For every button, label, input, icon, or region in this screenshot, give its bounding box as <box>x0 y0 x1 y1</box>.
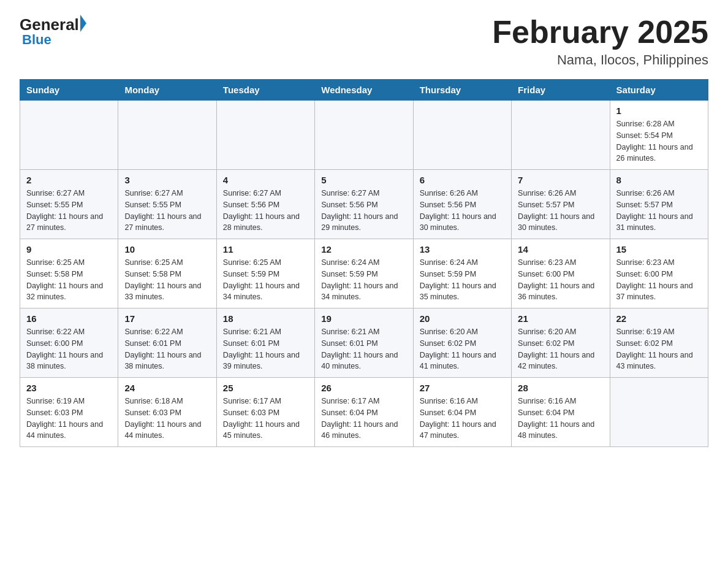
day-number: 12 <box>321 244 406 255</box>
table-row: 13Sunrise: 6:24 AMSunset: 5:59 PMDayligh… <box>413 239 511 308</box>
table-row: 15Sunrise: 6:23 AMSunset: 6:00 PMDayligh… <box>610 239 708 308</box>
table-row: 25Sunrise: 6:17 AMSunset: 6:03 PMDayligh… <box>216 378 314 447</box>
day-number: 1 <box>616 105 702 116</box>
calendar-week-row: 16Sunrise: 6:22 AMSunset: 6:00 PMDayligh… <box>20 308 708 378</box>
table-row: 21Sunrise: 6:20 AMSunset: 6:02 PMDayligh… <box>512 308 610 378</box>
table-row: 19Sunrise: 6:21 AMSunset: 6:01 PMDayligh… <box>315 308 413 378</box>
table-row <box>610 378 708 447</box>
calendar-week-row: 1Sunrise: 6:28 AMSunset: 5:54 PMDaylight… <box>20 101 708 170</box>
day-number: 16 <box>26 313 112 324</box>
page-header: General Blue February 2025 Nama, Ilocos,… <box>20 15 708 68</box>
table-row: 7Sunrise: 6:26 AMSunset: 5:57 PMDaylight… <box>512 170 610 239</box>
table-row: 22Sunrise: 6:19 AMSunset: 6:02 PMDayligh… <box>610 308 708 378</box>
table-row: 3Sunrise: 6:27 AMSunset: 5:55 PMDaylight… <box>118 170 216 239</box>
table-row: 10Sunrise: 6:25 AMSunset: 5:58 PMDayligh… <box>118 239 216 308</box>
table-row: 11Sunrise: 6:25 AMSunset: 5:59 PMDayligh… <box>216 239 314 308</box>
day-number: 19 <box>321 313 406 324</box>
day-info: Sunrise: 6:20 AMSunset: 6:02 PMDaylight:… <box>420 326 505 372</box>
day-number: 5 <box>321 175 406 185</box>
day-info: Sunrise: 6:25 AMSunset: 5:58 PMDaylight:… <box>26 257 112 303</box>
day-info: Sunrise: 6:19 AMSunset: 6:03 PMDaylight:… <box>26 396 112 442</box>
header-sunday: Sunday <box>20 80 118 101</box>
day-number: 4 <box>223 175 308 185</box>
day-number: 11 <box>223 244 308 255</box>
header-thursday: Thursday <box>413 80 511 101</box>
day-number: 28 <box>518 383 603 393</box>
day-number: 8 <box>616 175 702 185</box>
logo-general-text: General <box>20 15 79 34</box>
day-number: 15 <box>616 244 702 255</box>
day-info: Sunrise: 6:23 AMSunset: 6:00 PMDaylight:… <box>616 257 702 303</box>
day-info: Sunrise: 6:26 AMSunset: 5:57 PMDaylight:… <box>518 188 603 234</box>
day-info: Sunrise: 6:21 AMSunset: 6:01 PMDaylight:… <box>223 326 308 372</box>
table-row: 28Sunrise: 6:16 AMSunset: 6:04 PMDayligh… <box>512 378 610 447</box>
table-row: 9Sunrise: 6:25 AMSunset: 5:58 PMDaylight… <box>20 239 118 308</box>
day-info: Sunrise: 6:24 AMSunset: 5:59 PMDaylight:… <box>321 257 406 303</box>
table-row: 16Sunrise: 6:22 AMSunset: 6:00 PMDayligh… <box>20 308 118 378</box>
table-row: 17Sunrise: 6:22 AMSunset: 6:01 PMDayligh… <box>118 308 216 378</box>
day-number: 20 <box>420 313 505 324</box>
table-row: 18Sunrise: 6:21 AMSunset: 6:01 PMDayligh… <box>216 308 314 378</box>
day-number: 7 <box>518 175 603 185</box>
day-info: Sunrise: 6:22 AMSunset: 6:00 PMDaylight:… <box>26 326 112 372</box>
day-info: Sunrise: 6:25 AMSunset: 5:59 PMDaylight:… <box>223 257 308 303</box>
day-info: Sunrise: 6:18 AMSunset: 6:03 PMDaylight:… <box>124 396 210 442</box>
table-row: 26Sunrise: 6:17 AMSunset: 6:04 PMDayligh… <box>315 378 413 447</box>
calendar-subtitle: Nama, Ilocos, Philippines <box>492 52 708 68</box>
table-row: 8Sunrise: 6:26 AMSunset: 5:57 PMDaylight… <box>610 170 708 239</box>
table-row: 5Sunrise: 6:27 AMSunset: 5:56 PMDaylight… <box>315 170 413 239</box>
table-row: 23Sunrise: 6:19 AMSunset: 6:03 PMDayligh… <box>20 378 118 447</box>
day-info: Sunrise: 6:28 AMSunset: 5:54 PMDaylight:… <box>616 118 702 164</box>
calendar-table: Sunday Monday Tuesday Wednesday Thursday… <box>20 79 708 447</box>
header-tuesday: Tuesday <box>216 80 314 101</box>
day-number: 13 <box>420 244 505 255</box>
table-row: 2Sunrise: 6:27 AMSunset: 5:55 PMDaylight… <box>20 170 118 239</box>
table-row <box>118 101 216 170</box>
table-row: 1Sunrise: 6:28 AMSunset: 5:54 PMDaylight… <box>610 101 708 170</box>
table-row: 27Sunrise: 6:16 AMSunset: 6:04 PMDayligh… <box>413 378 511 447</box>
day-number: 26 <box>321 383 406 393</box>
logo: General Blue <box>20 15 86 48</box>
calendar-week-row: 23Sunrise: 6:19 AMSunset: 6:03 PMDayligh… <box>20 378 708 447</box>
table-row <box>512 101 610 170</box>
table-row <box>315 101 413 170</box>
day-number: 14 <box>518 244 603 255</box>
table-row <box>413 101 511 170</box>
day-number: 18 <box>223 313 308 324</box>
day-info: Sunrise: 6:23 AMSunset: 6:00 PMDaylight:… <box>518 257 603 303</box>
day-info: Sunrise: 6:21 AMSunset: 6:01 PMDaylight:… <box>321 326 406 372</box>
calendar-title-area: February 2025 Nama, Ilocos, Philippines <box>492 15 708 68</box>
table-row: 4Sunrise: 6:27 AMSunset: 5:56 PMDaylight… <box>216 170 314 239</box>
day-info: Sunrise: 6:26 AMSunset: 5:56 PMDaylight:… <box>420 188 505 234</box>
day-number: 25 <box>223 383 308 393</box>
day-number: 3 <box>124 175 210 185</box>
header-saturday: Saturday <box>610 80 708 101</box>
day-info: Sunrise: 6:17 AMSunset: 6:04 PMDaylight:… <box>321 396 406 442</box>
day-number: 6 <box>420 175 505 185</box>
calendar-week-row: 2Sunrise: 6:27 AMSunset: 5:55 PMDaylight… <box>20 170 708 239</box>
table-row: 14Sunrise: 6:23 AMSunset: 6:00 PMDayligh… <box>512 239 610 308</box>
table-row: 20Sunrise: 6:20 AMSunset: 6:02 PMDayligh… <box>413 308 511 378</box>
day-info: Sunrise: 6:20 AMSunset: 6:02 PMDaylight:… <box>518 326 603 372</box>
header-friday: Friday <box>512 80 610 101</box>
day-info: Sunrise: 6:16 AMSunset: 6:04 PMDaylight:… <box>420 396 505 442</box>
day-info: Sunrise: 6:16 AMSunset: 6:04 PMDaylight:… <box>518 396 603 442</box>
day-info: Sunrise: 6:27 AMSunset: 5:56 PMDaylight:… <box>223 188 308 234</box>
day-info: Sunrise: 6:27 AMSunset: 5:55 PMDaylight:… <box>26 188 112 234</box>
day-info: Sunrise: 6:22 AMSunset: 6:01 PMDaylight:… <box>124 326 210 372</box>
day-number: 22 <box>616 313 702 324</box>
day-info: Sunrise: 6:24 AMSunset: 5:59 PMDaylight:… <box>420 257 505 303</box>
table-row <box>20 101 118 170</box>
day-number: 23 <box>26 383 112 393</box>
logo-blue-text: Blue <box>22 32 51 48</box>
day-info: Sunrise: 6:19 AMSunset: 6:02 PMDaylight:… <box>616 326 702 372</box>
day-number: 27 <box>420 383 505 393</box>
calendar-week-row: 9Sunrise: 6:25 AMSunset: 5:58 PMDaylight… <box>20 239 708 308</box>
day-number: 24 <box>124 383 210 393</box>
table-row: 6Sunrise: 6:26 AMSunset: 5:56 PMDaylight… <box>413 170 511 239</box>
day-number: 2 <box>26 175 112 185</box>
header-wednesday: Wednesday <box>315 80 413 101</box>
calendar-title: February 2025 <box>492 15 708 50</box>
day-number: 9 <box>26 244 112 255</box>
day-info: Sunrise: 6:27 AMSunset: 5:56 PMDaylight:… <box>321 188 406 234</box>
